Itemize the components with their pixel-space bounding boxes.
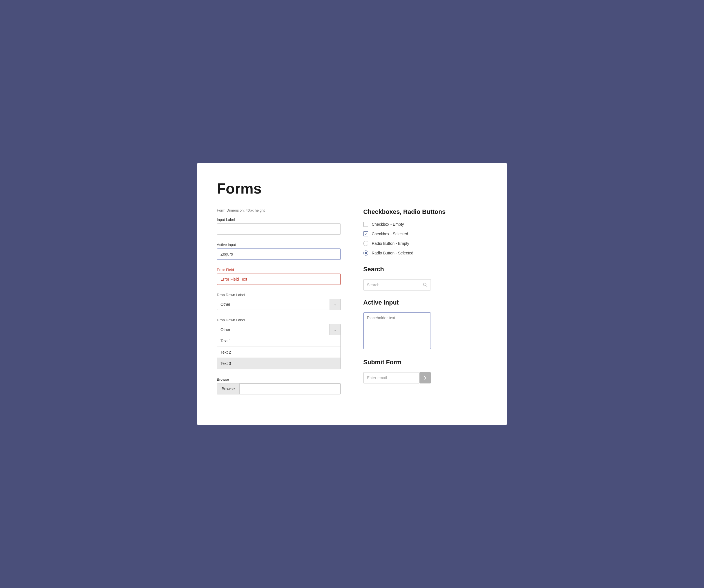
email-input[interactable]: [363, 372, 420, 383]
submit-section: Submit Form: [363, 359, 487, 383]
error-field-group: Error Field: [217, 268, 341, 285]
dropdown2-open: Other ⌄ Text 1 Text 2 Text 3: [217, 324, 341, 369]
radio-empty-icon[interactable]: [363, 241, 368, 246]
radio-selected-label: Radio Button - Selected: [372, 251, 413, 255]
browse-group: Browse Browse: [217, 377, 341, 394]
checkbox-selected-item: ✓ Checkbox - Selected: [363, 231, 487, 236]
dropdown2-selected-value: Other: [217, 327, 329, 332]
error-input[interactable]: [217, 274, 341, 285]
search-wrapper: [363, 279, 431, 290]
active-textarea[interactable]: [363, 313, 431, 349]
arrow-right-icon: [423, 376, 427, 380]
textarea-section: Active Input: [363, 299, 487, 350]
radio-empty-item: Radio Button - Empty: [363, 241, 487, 246]
checkboxes-title: Checkboxes, Radio Buttons: [363, 208, 487, 216]
radio-empty-label: Radio Button - Empty: [372, 241, 409, 246]
dropdown2-label: Drop Down Label: [217, 318, 341, 322]
checkbox-empty-label: Checkbox - Empty: [372, 222, 404, 226]
dropdown1-group: Drop Down Label Other Text 1 Text 2 Text…: [217, 293, 341, 310]
browse-label: Browse: [217, 377, 341, 381]
search-title: Search: [363, 266, 487, 273]
basic-input[interactable]: [217, 223, 341, 235]
radio-selected-icon[interactable]: [363, 251, 368, 256]
browse-button[interactable]: Browse: [217, 383, 240, 394]
submit-title: Submit Form: [363, 359, 487, 366]
dropdown2-group: Drop Down Label Other ⌄ Text 1 Text 2 Te…: [217, 318, 341, 369]
dropdown2-header[interactable]: Other ⌄: [217, 324, 341, 335]
main-card: Forms Form Dimension: 40px height Input …: [197, 163, 507, 425]
checkbox-selected-label: Checkbox - Selected: [372, 231, 408, 236]
active-input[interactable]: [217, 249, 341, 260]
form-dimension-meta: Form Dimension: 40px height: [217, 208, 341, 212]
checkbox-empty-icon[interactable]: [363, 222, 368, 227]
dropdown1-label: Drop Down Label: [217, 293, 341, 297]
error-field-label: Error Field: [217, 268, 341, 272]
content-grid: Form Dimension: 40px height Input Label …: [217, 208, 487, 402]
submit-button[interactable]: [420, 372, 431, 383]
active-input-title: Active Input: [363, 299, 487, 306]
checkbox-empty-item: Checkbox - Empty: [363, 222, 487, 227]
dropdown1-wrapper: Other Text 1 Text 2 Text 3 ⌄: [217, 299, 341, 310]
dropdown2-arrow-icon[interactable]: ⌄: [329, 324, 341, 335]
search-section: Search: [363, 266, 487, 290]
dropdown1-select[interactable]: Other Text 1 Text 2 Text 3: [217, 299, 341, 310]
right-column: Checkboxes, Radio Buttons Checkbox - Emp…: [363, 208, 487, 383]
radio-selected-item: Radio Button - Selected: [363, 251, 487, 256]
dropdown2-option-text3[interactable]: Text 3: [217, 358, 341, 369]
active-input-label: Active Input: [217, 243, 341, 247]
dropdown2-option-text1[interactable]: Text 1: [217, 335, 341, 346]
browse-wrapper: Browse: [217, 383, 341, 394]
submit-wrapper: [363, 372, 431, 383]
checkbox-checked-icon[interactable]: ✓: [363, 231, 368, 236]
input-label-group: Input Label: [217, 217, 341, 235]
page-title: Forms: [217, 180, 487, 197]
active-input-group: Active Input: [217, 243, 341, 260]
search-icon: [423, 282, 427, 287]
radio-dot: [365, 252, 367, 254]
svg-line-1: [426, 286, 427, 287]
search-icon-button[interactable]: [420, 279, 431, 290]
dropdown2-option-text2[interactable]: Text 2: [217, 346, 341, 358]
checkboxes-radios-section: Checkboxes, Radio Buttons Checkbox - Emp…: [363, 208, 487, 256]
input-label: Input Label: [217, 217, 341, 222]
left-column: Form Dimension: 40px height Input Label …: [217, 208, 341, 402]
browse-file-input[interactable]: [240, 383, 341, 394]
